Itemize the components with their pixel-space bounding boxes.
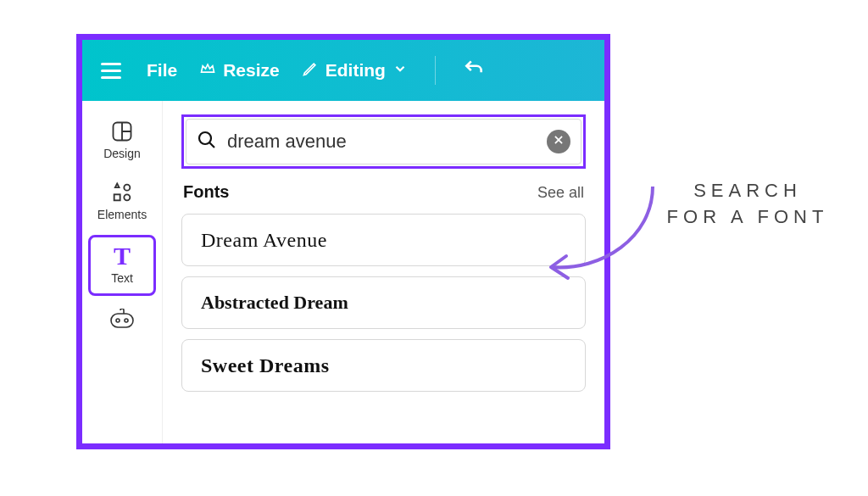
- font-search-box: [186, 119, 581, 164]
- svg-point-3: [124, 194, 130, 200]
- fonts-section-header: Fonts See all: [181, 181, 586, 202]
- svg-rect-2: [114, 194, 120, 200]
- undo-button[interactable]: [463, 58, 485, 84]
- font-name-label: Sweet Dreams: [201, 354, 330, 377]
- annotation-text: SEARCH FOR A FONT: [654, 178, 841, 231]
- shapes-icon: [110, 181, 134, 204]
- file-label: File: [147, 60, 177, 81]
- side-nav: Design Elements T Text: [82, 101, 163, 443]
- editing-label: Editing: [326, 60, 386, 81]
- font-search-input[interactable]: [227, 131, 537, 153]
- toolbar-divider: [435, 56, 436, 85]
- svg-rect-4: [111, 314, 133, 327]
- sidebar-item-label: Text: [111, 271, 133, 285]
- top-toolbar: File Resize Editing: [82, 40, 604, 101]
- undo-icon: [463, 58, 485, 84]
- sidebar-item-design[interactable]: Design: [88, 113, 156, 169]
- see-all-link[interactable]: See all: [537, 184, 584, 202]
- search-highlight: [181, 114, 586, 169]
- sidebar-item-elements[interactable]: Elements: [88, 174, 156, 230]
- font-results-list: Dream Avenue Abstracted Dream Sweet Drea…: [181, 214, 586, 392]
- pencil-icon: [302, 60, 319, 81]
- fonts-title: Fonts: [183, 182, 229, 202]
- body-area: Design Elements T Text: [82, 101, 604, 443]
- svg-point-6: [125, 319, 128, 322]
- resize-menu[interactable]: Resize: [199, 60, 280, 81]
- font-name-label: Dream Avenue: [201, 229, 327, 252]
- sidebar-item-label: Elements: [97, 208, 147, 221]
- crown-icon: [199, 60, 216, 81]
- sidebar-item-text[interactable]: T Text: [88, 235, 156, 296]
- text-icon: T: [114, 244, 131, 268]
- svg-point-1: [124, 185, 130, 191]
- annotation-line: FOR A FONT: [654, 204, 841, 231]
- font-result-item[interactable]: Dream Avenue: [181, 214, 586, 266]
- editing-menu[interactable]: Editing: [302, 60, 408, 81]
- app-frame: File Resize Editing: [76, 34, 610, 449]
- template-icon: [110, 120, 134, 143]
- main-panel: Fonts See all Dream Avenue Abstracted Dr…: [163, 101, 604, 443]
- font-result-item[interactable]: Sweet Dreams: [181, 339, 586, 392]
- resize-label: Resize: [223, 60, 280, 81]
- close-icon: [553, 134, 565, 149]
- sidebar-item-label: Design: [103, 147, 141, 160]
- sidebar-item-brand[interactable]: [88, 301, 156, 340]
- search-icon: [197, 130, 217, 153]
- menu-button[interactable]: [97, 59, 125, 82]
- clear-search-button[interactable]: [547, 130, 570, 153]
- brand-icon: [109, 308, 135, 332]
- annotation-line: SEARCH: [654, 178, 841, 204]
- font-name-label: Abstracted Dream: [201, 292, 348, 314]
- font-result-item[interactable]: Abstracted Dream: [181, 276, 586, 329]
- file-menu[interactable]: File: [147, 60, 177, 81]
- chevron-down-icon: [392, 60, 408, 81]
- svg-point-5: [116, 319, 120, 322]
- svg-point-7: [199, 132, 211, 144]
